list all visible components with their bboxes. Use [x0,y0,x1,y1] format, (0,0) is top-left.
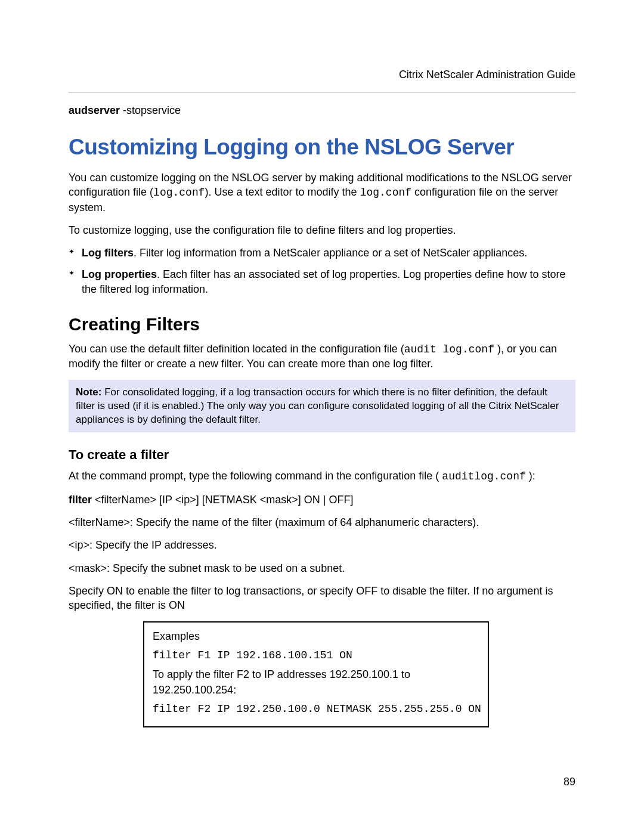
h3-to-create-filter: To create a filter [69,447,575,463]
desc-onoff: Specify ON to enable the filter to log t… [69,584,575,613]
desc-filtername: <filterName>: Specify the name of the fi… [69,515,575,529]
intro-p2: To customize logging, use the configurat… [69,223,575,237]
example-desc: To apply the filter F2 to IP addresses 1… [153,667,479,698]
preamble-command: audserver -stopservice [69,104,575,117]
example-line-1: filter F1 IP 192.168.100.151 ON [153,648,479,663]
bullet-list: Log filters. Filter log information from… [69,246,575,296]
header-rule [69,92,575,92]
examples-label: Examples [153,628,479,644]
examples-box: Examples filter F1 IP 192.168.100.151 ON… [143,621,489,727]
page-number: 89 [564,776,575,788]
desc-ip: <ip>: Specify the IP addresses. [69,538,575,552]
desc-mask: <mask>: Specify the subnet mask to be us… [69,561,575,575]
page: Citrix NetScaler Administration Guide au… [0,0,644,833]
filters-p1: You can use the default filter definitio… [69,342,575,371]
bullet-log-properties: Log properties. Each filter has an assoc… [69,267,575,296]
filter-syntax: filter <filterName> [IP <ip>] [NETMASK <… [69,493,575,507]
bullet-log-filters: Log filters. Filter log information from… [69,246,575,260]
h2-creating-filters: Creating Filters [69,314,575,335]
note-box: Note: For consolidated logging, if a log… [69,380,575,433]
h1-title: Customizing Logging on the NSLOG Server [69,135,575,160]
create-p1: At the command prompt, type the followin… [69,469,575,484]
header-doc-title: Citrix NetScaler Administration Guide [399,69,575,81]
cmd-rest: -stopservice [120,104,181,116]
content: audserver -stopservice Customizing Loggi… [69,101,575,727]
intro-p1: You can customize logging on the NSLOG s… [69,171,575,215]
cmd-bold: audserver [69,104,120,116]
example-line-2: filter F2 IP 192.250.100.0 NETMASK 255.2… [153,701,479,717]
